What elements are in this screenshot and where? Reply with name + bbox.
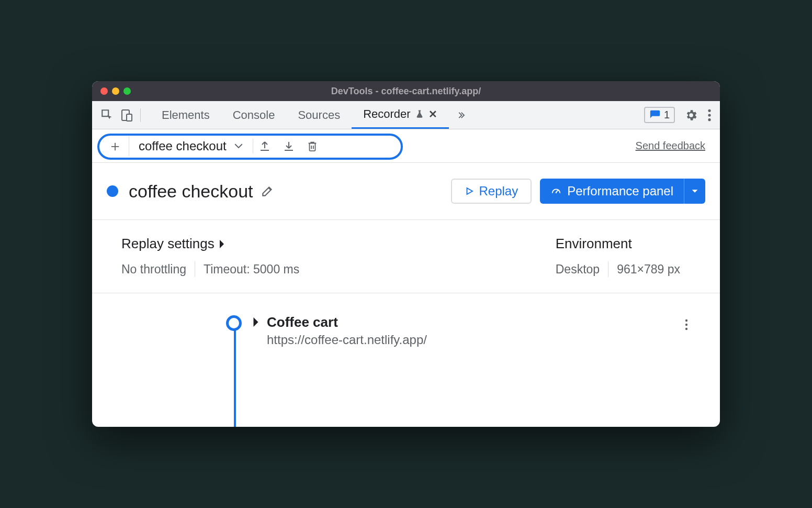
replay-label: Replay: [479, 184, 518, 198]
caret-right-icon: [219, 240, 225, 248]
tab-elements[interactable]: Elements: [150, 101, 221, 129]
recording-selector[interactable]: coffee checkout: [129, 139, 253, 153]
environment-viewport: 961×789 px: [617, 262, 680, 277]
recording-header: coffee checkout Replay Performance panel: [92, 163, 720, 220]
replay-settings-heading: Replay settings: [121, 236, 215, 252]
settings-gear-icon[interactable]: [684, 108, 698, 122]
step-url: https://coffee-cart.netlify.app/: [267, 333, 682, 347]
svg-point-8: [685, 328, 687, 330]
window-titlebar: DevTools - coffee-cart.netlify.app/: [92, 81, 720, 101]
svg-point-7: [685, 324, 687, 326]
window-controls: [100, 87, 131, 95]
step-menu-icon[interactable]: [682, 316, 691, 333]
svg-point-6: [685, 319, 687, 322]
tab-label: Recorder: [363, 107, 410, 121]
kebab-menu-icon[interactable]: [707, 108, 712, 122]
recorder-toolbar: ＋ coffee checkout Send feedback: [92, 129, 720, 163]
devtools-window: DevTools - coffee-cart.netlify.app/ Elem…: [92, 81, 720, 427]
more-tabs-button[interactable]: [449, 101, 473, 129]
delete-icon[interactable]: [307, 139, 318, 153]
svg-point-5: [556, 192, 557, 193]
send-feedback-link[interactable]: Send feedback: [636, 140, 705, 152]
issues-count: 1: [664, 109, 670, 121]
window-title: DevTools - coffee-cart.netlify.app/: [92, 86, 720, 97]
tab-console[interactable]: Console: [221, 101, 287, 129]
devtools-tabbar: Elements Console Sources Recorder ✕ 1: [92, 101, 720, 129]
expand-step-icon[interactable]: [252, 317, 260, 327]
separator: [195, 261, 195, 277]
recording-selector-label: coffee checkout: [139, 139, 227, 153]
replay-settings-section: Replay settings No throttling Timeout: 5…: [121, 236, 299, 277]
separator: [608, 261, 608, 277]
window-close-button[interactable]: [100, 87, 108, 95]
new-recording-button[interactable]: ＋: [105, 136, 129, 156]
steps-list: Coffee cart https://coffee-cart.netlify.…: [92, 293, 720, 347]
environment-device: Desktop: [556, 262, 600, 277]
window-minimize-button[interactable]: [112, 87, 119, 95]
svg-point-3: [708, 114, 710, 116]
timeline-line: [234, 330, 236, 427]
svg-point-4: [708, 118, 710, 121]
tab-sources[interactable]: Sources: [286, 101, 352, 129]
replay-settings-toggle[interactable]: Replay settings: [121, 236, 299, 252]
timeout-value: Timeout: 5000 ms: [204, 262, 299, 277]
window-maximize-button[interactable]: [123, 87, 131, 95]
recording-title: coffee checkout: [129, 181, 253, 202]
performance-panel-button[interactable]: Performance panel: [540, 179, 684, 204]
close-tab-icon[interactable]: ✕: [428, 108, 437, 120]
export-icon[interactable]: [258, 139, 271, 153]
performance-label: Performance panel: [567, 184, 673, 198]
play-icon: [465, 186, 474, 196]
tab-label: Sources: [298, 108, 340, 122]
issues-badge[interactable]: 1: [644, 107, 675, 123]
flask-icon: [415, 109, 424, 119]
environment-section: Environment Desktop 961×789 px: [556, 236, 691, 277]
timeline-dot: [226, 315, 242, 331]
recording-status-dot: [107, 185, 118, 197]
tab-label: Console: [233, 108, 275, 122]
edit-title-icon[interactable]: [261, 184, 274, 198]
tab-label: Elements: [162, 108, 210, 122]
device-toolbar-icon[interactable]: [120, 108, 133, 122]
environment-heading: Environment: [556, 236, 632, 252]
step-title: Coffee cart: [267, 314, 682, 330]
replay-button[interactable]: Replay: [451, 179, 532, 204]
step-row[interactable]: Coffee cart https://coffee-cart.netlify.…: [121, 314, 691, 347]
settings-row: Replay settings No throttling Timeout: 5…: [92, 220, 720, 293]
gauge-icon: [550, 185, 562, 197]
tab-recorder[interactable]: Recorder ✕: [352, 101, 448, 129]
throttling-value: No throttling: [121, 262, 186, 277]
inspect-element-icon[interactable]: [100, 108, 114, 122]
performance-dropdown-button[interactable]: [684, 179, 705, 204]
svg-rect-1: [127, 114, 132, 121]
svg-point-2: [708, 109, 710, 112]
chevron-down-icon: [234, 143, 243, 149]
import-icon[interactable]: [283, 139, 295, 153]
